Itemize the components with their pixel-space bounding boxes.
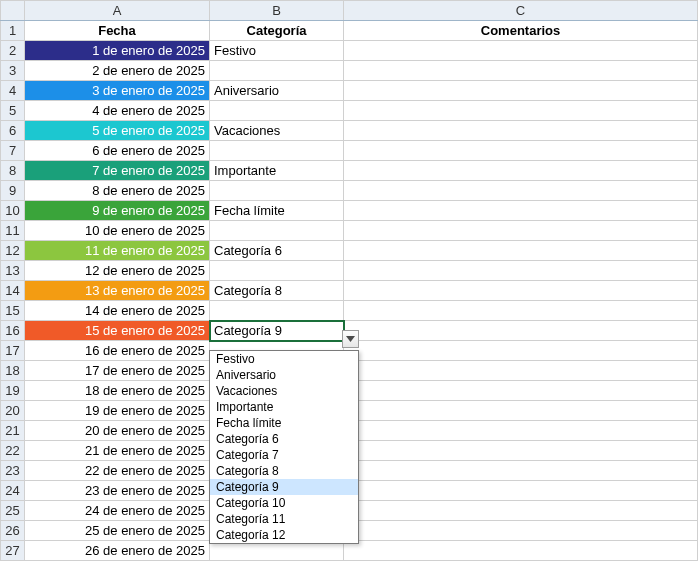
cell-fecha[interactable]: 9 de enero de 2025 (25, 201, 210, 221)
row-header[interactable]: 8 (1, 161, 25, 181)
cell-fecha[interactable]: 5 de enero de 2025 (25, 121, 210, 141)
header-cell-fecha[interactable]: Fecha (25, 21, 210, 41)
column-header-c[interactable]: C (344, 1, 698, 21)
cell-categoria[interactable] (210, 221, 344, 241)
row-header[interactable]: 12 (1, 241, 25, 261)
dropdown-option[interactable]: Categoría 12 (210, 527, 358, 543)
cell-comentarios[interactable] (344, 161, 698, 181)
row-header[interactable]: 21 (1, 421, 25, 441)
cell-categoria[interactable]: Aniversario (210, 81, 344, 101)
row-header[interactable]: 24 (1, 481, 25, 501)
validation-dropdown-list[interactable]: FestivoAniversarioVacacionesImportanteFe… (209, 350, 359, 544)
row-header[interactable]: 26 (1, 521, 25, 541)
cell-comentarios[interactable] (344, 521, 698, 541)
cell-fecha[interactable]: 6 de enero de 2025 (25, 141, 210, 161)
cell-categoria[interactable]: Categoría 6 (210, 241, 344, 261)
cell-comentarios[interactable] (344, 341, 698, 361)
cell-categoria[interactable] (210, 101, 344, 121)
cell-fecha[interactable]: 7 de enero de 2025 (25, 161, 210, 181)
dropdown-option[interactable]: Categoría 6 (210, 431, 358, 447)
row-header[interactable]: 6 (1, 121, 25, 141)
cell-comentarios[interactable] (344, 301, 698, 321)
column-header-a[interactable]: A (25, 1, 210, 21)
cell-categoria[interactable]: Importante (210, 161, 344, 181)
row-header[interactable]: 1 (1, 21, 25, 41)
row-header[interactable]: 3 (1, 61, 25, 81)
cell-comentarios[interactable] (344, 241, 698, 261)
row-header[interactable]: 22 (1, 441, 25, 461)
cell-categoria[interactable] (210, 181, 344, 201)
cell-categoria[interactable]: Vacaciones (210, 121, 344, 141)
row-header[interactable]: 20 (1, 401, 25, 421)
dropdown-option[interactable]: Categoría 11 (210, 511, 358, 527)
cell-fecha[interactable]: 24 de enero de 2025 (25, 501, 210, 521)
cell-fecha[interactable]: 13 de enero de 2025 (25, 281, 210, 301)
cell-comentarios[interactable] (344, 181, 698, 201)
cell-fecha[interactable]: 4 de enero de 2025 (25, 101, 210, 121)
cell-comentarios[interactable] (344, 81, 698, 101)
row-header[interactable]: 19 (1, 381, 25, 401)
header-cell-comentarios[interactable]: Comentarios (344, 21, 698, 41)
dropdown-option[interactable]: Categoría 10 (210, 495, 358, 511)
row-header[interactable]: 14 (1, 281, 25, 301)
cell-fecha[interactable]: 14 de enero de 2025 (25, 301, 210, 321)
row-header[interactable]: 5 (1, 101, 25, 121)
cell-comentarios[interactable] (344, 501, 698, 521)
row-header[interactable]: 7 (1, 141, 25, 161)
row-header[interactable]: 25 (1, 501, 25, 521)
cell-comentarios[interactable] (344, 441, 698, 461)
row-header[interactable]: 23 (1, 461, 25, 481)
row-header[interactable]: 10 (1, 201, 25, 221)
dropdown-option[interactable]: Aniversario (210, 367, 358, 383)
cell-comentarios[interactable] (344, 461, 698, 481)
cell-fecha[interactable]: 15 de enero de 2025 (25, 321, 210, 341)
cell-fecha[interactable]: 23 de enero de 2025 (25, 481, 210, 501)
cell-categoria[interactable]: Categoría 8 (210, 281, 344, 301)
cell-categoria[interactable]: Categoría 9 (210, 321, 344, 341)
cell-comentarios[interactable] (344, 221, 698, 241)
row-header[interactable]: 11 (1, 221, 25, 241)
dropdown-option[interactable]: Categoría 8 (210, 463, 358, 479)
cell-categoria[interactable] (210, 61, 344, 81)
dropdown-option[interactable]: Vacaciones (210, 383, 358, 399)
cell-fecha[interactable]: 18 de enero de 2025 (25, 381, 210, 401)
cell-comentarios[interactable] (344, 541, 698, 561)
cell-fecha[interactable]: 16 de enero de 2025 (25, 341, 210, 361)
row-header[interactable]: 18 (1, 361, 25, 381)
validation-dropdown-button[interactable] (342, 330, 359, 348)
cell-fecha[interactable]: 1 de enero de 2025 (25, 41, 210, 61)
cell-fecha[interactable]: 3 de enero de 2025 (25, 81, 210, 101)
cell-fecha[interactable]: 12 de enero de 2025 (25, 261, 210, 281)
header-cell-categoria[interactable]: Categoría (210, 21, 344, 41)
dropdown-option[interactable]: Importante (210, 399, 358, 415)
cell-fecha[interactable]: 17 de enero de 2025 (25, 361, 210, 381)
cell-fecha[interactable]: 25 de enero de 2025 (25, 521, 210, 541)
row-header[interactable]: 13 (1, 261, 25, 281)
cell-comentarios[interactable] (344, 101, 698, 121)
row-header[interactable]: 9 (1, 181, 25, 201)
cell-comentarios[interactable] (344, 321, 698, 341)
dropdown-option[interactable]: Categoría 9 (210, 479, 358, 495)
cell-fecha[interactable]: 21 de enero de 2025 (25, 441, 210, 461)
row-header[interactable]: 15 (1, 301, 25, 321)
cell-comentarios[interactable] (344, 401, 698, 421)
row-header[interactable]: 4 (1, 81, 25, 101)
cell-fecha[interactable]: 26 de enero de 2025 (25, 541, 210, 561)
cell-comentarios[interactable] (344, 261, 698, 281)
cell-fecha[interactable]: 11 de enero de 2025 (25, 241, 210, 261)
row-header[interactable]: 2 (1, 41, 25, 61)
cell-comentarios[interactable] (344, 61, 698, 81)
dropdown-option[interactable]: Categoría 7 (210, 447, 358, 463)
column-header-b[interactable]: B (210, 1, 344, 21)
cell-fecha[interactable]: 10 de enero de 2025 (25, 221, 210, 241)
cell-comentarios[interactable] (344, 121, 698, 141)
cell-comentarios[interactable] (344, 281, 698, 301)
cell-fecha[interactable]: 2 de enero de 2025 (25, 61, 210, 81)
cell-categoria[interactable] (210, 141, 344, 161)
dropdown-option[interactable]: Fecha límite (210, 415, 358, 431)
cell-comentarios[interactable] (344, 361, 698, 381)
cell-comentarios[interactable] (344, 201, 698, 221)
row-header[interactable]: 16 (1, 321, 25, 341)
cell-categoria[interactable] (210, 261, 344, 281)
dropdown-option[interactable]: Festivo (210, 351, 358, 367)
